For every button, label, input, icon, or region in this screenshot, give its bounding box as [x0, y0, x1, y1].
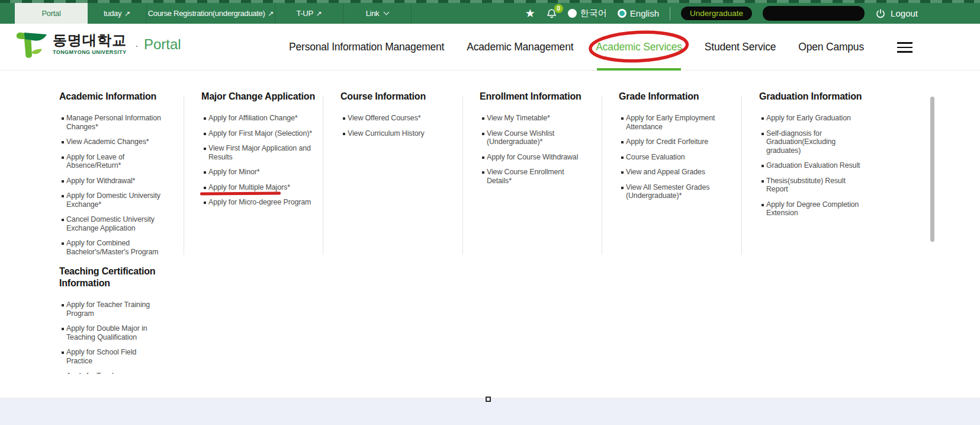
nav-item-academic-services[interactable]: Academic Services: [596, 24, 682, 71]
menu-section-title: Graduation Information: [759, 91, 868, 103]
menu-item-manage-personal-information-changes[interactable]: Manage Personal Information Changes*: [59, 114, 161, 131]
menu-column-3: Course InformationView Offered Courses*V…: [340, 91, 453, 144]
topbar-separator: [670, 7, 670, 20]
menu-item-label: View Academic Changes*: [66, 138, 161, 146]
tab-portal[interactable]: Portal: [15, 3, 88, 24]
resize-handle-square[interactable]: [486, 397, 491, 402]
menu-item-apply-for-teacher-training-program[interactable]: Apply for Teacher Training Program: [59, 301, 161, 318]
nav-item-label: Student Service: [705, 41, 776, 53]
menu-item-apply-for-minor[interactable]: Apply for Minor*: [201, 168, 315, 177]
menu-item-self-diagnosis-for-graduation-excluding-graduates[interactable]: Self-diagnosis for Graduation(Excluding …: [759, 129, 868, 155]
menu-item-apply-for-early-employment-attendance[interactable]: Apply for Early Employment Attendance: [619, 114, 724, 131]
menu-item-label: Apply for Micro-degree Program: [208, 198, 315, 207]
role-badge: Undergraduate: [681, 7, 752, 20]
tab-label: T-UP: [296, 9, 313, 18]
menu-item-view-course-enrollment-details[interactable]: View Course Enrollment Details*: [480, 168, 584, 185]
menu-item-label: Apply for Minor*: [208, 168, 315, 177]
university-logo[interactable]: 동명대학교 TONGMYONG UNIVERSITY · Portal: [15, 31, 181, 59]
menu-item-view-course-wishlist-undergraduate[interactable]: View Course Wishlist (Undergraduate)*: [480, 129, 584, 146]
menu-item-label: Apply for Affiliation Change*: [208, 114, 315, 123]
menu-item-apply-for-early-graduation[interactable]: Apply for Early Graduation: [759, 114, 868, 123]
language-english-label: English: [630, 8, 659, 18]
language-english[interactable]: English: [618, 8, 659, 18]
tab-t-up[interactable]: T-UP↗: [275, 3, 343, 24]
menu-item-view-curriculum-history[interactable]: View Curriculum History: [340, 129, 453, 138]
logo-mark-icon: [15, 31, 48, 59]
logout-button[interactable]: Logout: [875, 8, 918, 19]
menu-item-label: Self-diagnosis for Graduation(Excluding …: [766, 129, 868, 155]
menu-item-view-first-major-application-and-results[interactable]: View First Major Application and Results: [201, 144, 315, 161]
menu-item-label: Cancel Domestic University Exchange Appl…: [66, 215, 161, 232]
menu-item-label: View Curriculum History: [348, 129, 453, 138]
nav-item-personal-information-management[interactable]: Personal Information Management: [289, 24, 444, 71]
menu-item-apply-for-leave-of-absence-return[interactable]: Apply for Leave of Absence/Return*: [59, 153, 161, 170]
menu-item-thesis-substitute-result-report[interactable]: Thesis(substitute) Result Report: [759, 177, 868, 194]
menu-item-apply-for-credit-forfeiture[interactable]: Apply for Credit Forfeiture: [619, 138, 724, 146]
menu-item-view-offered-courses[interactable]: View Offered Courses*: [340, 114, 453, 123]
menu-item-apply-for-withdrawal[interactable]: Apply for Withdrawal*: [59, 177, 161, 186]
menu-scrollbar-thumb[interactable]: [930, 97, 934, 242]
notifications-bell[interactable]: 0: [546, 7, 557, 20]
menu-item-apply-for-micro-degree-program[interactable]: Apply for Micro-degree Program: [201, 198, 315, 207]
menu-item-apply-for-multiple-majors[interactable]: Apply for Multiple Majors*: [201, 183, 315, 192]
column-divider: [462, 96, 463, 255]
menu-item-apply-for-affiliation-change[interactable]: Apply for Affiliation Change*: [201, 114, 315, 123]
menu-item-apply-for-first-major-selection[interactable]: Apply for First Major (Selection)*: [201, 129, 315, 138]
menu-item-apply-for-course-withdrawal[interactable]: Apply for Course Withdrawal: [480, 153, 584, 162]
menu-item-view-and-appeal-grades[interactable]: View and Appeal Grades: [619, 168, 724, 177]
menu-item-view-academic-changes[interactable]: View Academic Changes*: [59, 138, 161, 146]
menu-item-label: Apply for Domestic University Exchange*: [66, 191, 161, 209]
menu-section-course-information: Course InformationView Offered Courses*V…: [340, 91, 453, 138]
menu-item-graduation-evaluation-result[interactable]: Graduation Evaluation Result: [759, 161, 868, 170]
nav-item-student-service[interactable]: Student Service: [705, 24, 776, 71]
menu-section-title: Major Change Application: [201, 91, 315, 103]
menu-item-label: View My Timetable*: [487, 114, 584, 123]
tab-link[interactable]: Link: [343, 3, 412, 24]
tab-label: tuday: [104, 9, 121, 18]
page-background-strip: [0, 398, 980, 425]
menu-item-view-my-timetable[interactable]: View My Timetable*: [480, 114, 584, 123]
chevron-down-icon: [384, 9, 390, 15]
menu-item-apply-for-school-field-practice[interactable]: Apply for School Field Practice: [59, 348, 161, 365]
menu-item-label: Thesis(substitute) Result Report: [766, 177, 868, 194]
menu-item-cancel-domestic-university-exchange-application[interactable]: Cancel Domestic University Exchange Appl…: [59, 215, 161, 232]
menu-item-apply-for-teacher[interactable]: Apply for Teacher: [59, 372, 161, 374]
academic-services-mega-menu: Academic InformationManage Personal Info…: [0, 71, 980, 398]
menu-item-label: Apply for Degree Completion Extension: [766, 200, 868, 218]
menu-item-view-all-semester-grades-undergraduate[interactable]: View All Semester Grades (Undergraduate)…: [619, 183, 724, 200]
menu-section-title: Grade Information: [619, 91, 724, 103]
menu-item-label: Apply for Early Graduation: [766, 114, 868, 123]
language-korean[interactable]: 한국어: [568, 8, 607, 19]
logo-portal-label: Portal: [144, 36, 181, 53]
tab-tuday[interactable]: tuday↗: [88, 3, 147, 24]
menu-item-label: Course Evaluation: [626, 153, 724, 162]
menu-section-academic-information: Academic InformationManage Personal Info…: [59, 91, 161, 256]
korean-radio-icon: [568, 9, 577, 18]
nav-item-open-campus[interactable]: Open Campus: [798, 24, 864, 71]
tab-course-registration-undergraduate[interactable]: Course Registration(undergraduate)↗: [147, 3, 275, 24]
menu-item-apply-for-domestic-university-exchange[interactable]: Apply for Domestic University Exchange*: [59, 191, 161, 209]
site-header: 동명대학교 TONGMYONG UNIVERSITY · Portal Pers…: [0, 24, 980, 71]
menu-item-label: Apply for Combined Bachelor's/Master's P…: [66, 239, 161, 256]
menu-column-5: Grade InformationApply for Early Employm…: [619, 91, 724, 207]
external-link-icon: ↗: [316, 9, 322, 18]
logout-label: Logout: [891, 8, 918, 18]
nav-item-label: Personal Information Management: [289, 41, 444, 53]
topbar-tabs: Portaltuday↗Course Registration(undergra…: [15, 3, 412, 24]
menu-column-4: Enrollment InformationView My Timetable*…: [480, 91, 584, 191]
menu-item-apply-for-double-major-in-teaching-qualification[interactable]: Apply for Double Major in Teaching Quali…: [59, 324, 161, 341]
menu-item-apply-for-combined-bachelor-s-master-s-program[interactable]: Apply for Combined Bachelor's/Master's P…: [59, 239, 161, 256]
hamburger-menu-icon[interactable]: [897, 42, 912, 56]
red-underline-annotation: [200, 192, 281, 196]
menu-item-label: Apply for Teacher: [66, 372, 161, 374]
menu-item-label: Apply for Early Employment Attendance: [626, 114, 724, 131]
column-divider: [323, 96, 323, 255]
menu-item-course-evaluation[interactable]: Course Evaluation: [619, 153, 724, 162]
menu-item-apply-for-degree-completion-extension[interactable]: Apply for Degree Completion Extension: [759, 200, 868, 218]
favorites-star-icon[interactable]: ★: [525, 8, 535, 19]
nav-item-academic-management[interactable]: Academic Management: [467, 24, 573, 71]
nav-item-label: Open Campus: [798, 41, 864, 53]
column-divider: [602, 96, 602, 255]
topbar-right-controls: ★ 0 한국어 English Undergraduate Logout: [525, 3, 918, 24]
logo-korean-name: 동명대학교: [53, 31, 127, 49]
